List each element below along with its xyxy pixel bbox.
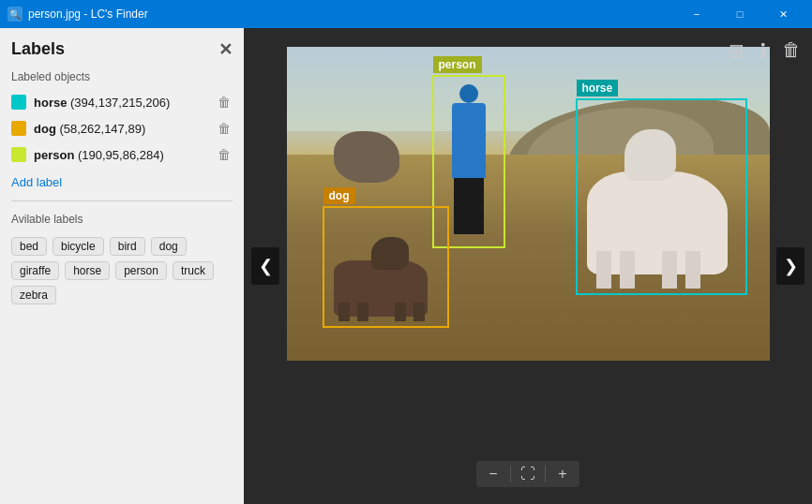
close-button[interactable]: ✕ — [761, 0, 804, 28]
add-label-button[interactable]: Add label — [11, 175, 233, 189]
info-icon[interactable]: ℹ — [759, 39, 767, 62]
titlebar-title: person.jpg - LC's Finder — [28, 7, 148, 21]
zoom-controls: − ⛶ + — [476, 461, 579, 487]
labeled-objects-list: horse (394,137,215,206) 🗑 dog (58,262,14… — [11, 91, 233, 166]
left-panel: Labels ✕ Labeled objects horse (394,137,… — [0, 28, 244, 504]
available-tags-container: bed bicycle bird dog giraffe horse perso… — [11, 237, 233, 304]
zoom-in-button[interactable]: + — [546, 461, 579, 487]
tag-bird[interactable]: bird — [110, 237, 145, 256]
main-layout: Labels ✕ Labeled objects horse (394,137,… — [0, 28, 812, 504]
labeled-section-header: Labeled objects — [11, 70, 233, 83]
available-section-header: Avilable labels — [11, 213, 233, 226]
rock-element — [334, 131, 399, 183]
tag-dog[interactable]: dog — [151, 237, 187, 256]
dog-label-text: dog (58,262,147,89) — [34, 122, 208, 136]
scene-background: person horse — [287, 47, 770, 361]
horse-bbox: horse — [576, 98, 747, 295]
label-item-horse: horse (394,137,215,206) 🗑 — [11, 91, 233, 113]
dog-color-swatch — [11, 121, 26, 136]
image-container: person horse — [287, 47, 770, 361]
minimize-button[interactable]: − — [675, 0, 718, 28]
tag-bed[interactable]: bed — [11, 237, 47, 256]
divider — [11, 200, 233, 201]
person-label-text: person (190,95,86,284) — [34, 148, 208, 162]
dog-delete-button[interactable]: 🗑 — [216, 119, 233, 138]
horse-delete-button[interactable]: 🗑 — [216, 93, 233, 111]
right-area: ⊞ ℹ 🗑 ❮ ❯ person — [244, 28, 812, 504]
titlebar: 🔍 person.jpg - LC's Finder − □ ✕ — [0, 0, 812, 28]
panel-title-text: Labels — [11, 39, 65, 59]
tag-truck[interactable]: truck — [173, 261, 214, 280]
tag-horse[interactable]: horse — [65, 261, 110, 280]
tag-bicycle[interactable]: bicycle — [53, 237, 104, 256]
nav-next-button[interactable]: ❯ — [776, 247, 804, 285]
horse-bbox-label: horse — [577, 80, 619, 96]
horse-label-text: horse (394,137,215,206) — [34, 96, 208, 110]
label-item-dog: dog (58,262,147,89) 🗑 — [11, 117, 233, 140]
delete-icon[interactable]: 🗑 — [782, 39, 801, 62]
tag-person[interactable]: person — [115, 261, 167, 280]
dog-bbox-label: dog — [323, 187, 355, 204]
titlebar-controls: − □ ✕ — [675, 0, 804, 28]
panel-close-button[interactable]: ✕ — [218, 41, 233, 58]
horse-color-swatch — [11, 95, 26, 110]
tag-giraffe[interactable]: giraffe — [11, 261, 59, 280]
app-icon: 🔍 — [8, 7, 23, 22]
nav-prev-button[interactable]: ❮ — [251, 247, 279, 285]
maximize-button[interactable]: □ — [718, 0, 761, 28]
person-bbox-label: person — [433, 56, 482, 73]
person-color-swatch — [11, 147, 26, 162]
titlebar-left: 🔍 person.jpg - LC's Finder — [8, 7, 148, 22]
panel-header: Labels ✕ — [11, 39, 233, 59]
dog-bbox: dog — [323, 206, 449, 328]
tag-zebra[interactable]: zebra — [11, 286, 56, 304]
label-item-person: person (190,95,86,284) 🗑 — [11, 143, 233, 166]
person-delete-button[interactable]: 🗑 — [216, 145, 233, 164]
image-toolbar: ⊞ ℹ 🗑 — [729, 39, 801, 62]
grid-icon[interactable]: ⊞ — [729, 39, 744, 62]
zoom-fit-button[interactable]: ⛶ — [511, 461, 545, 487]
zoom-out-button[interactable]: − — [476, 461, 510, 487]
